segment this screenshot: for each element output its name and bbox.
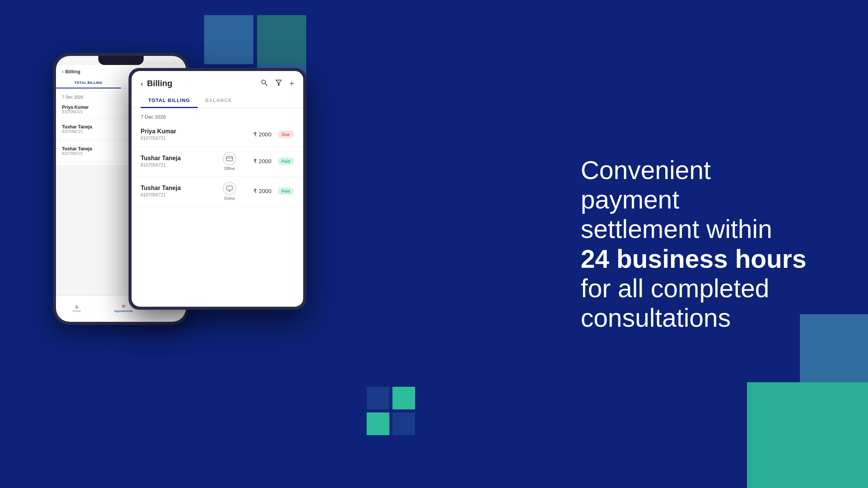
tablet-billing-title: Billing bbox=[147, 79, 260, 88]
phones-container: ‹ Billing 🔍 ⊿ + TOTAL BILLING BALANCE 7 … bbox=[23, 23, 325, 468]
headline-line4: 24 business hours bbox=[581, 244, 806, 273]
phone-notch bbox=[98, 56, 144, 65]
svg-marker-2 bbox=[276, 80, 281, 85]
tablet-tushar-online-badge: Paid bbox=[277, 187, 294, 195]
phone-nav-home-label: Home bbox=[73, 309, 81, 313]
headline-line6: consultations bbox=[581, 303, 731, 332]
deco-square-bottom-right-large bbox=[747, 382, 868, 488]
tablet-screen: ‹ Billing + bbox=[132, 71, 303, 307]
right-content: Convenient payment settlement within 24 … bbox=[581, 155, 845, 332]
tablet-filter-icon[interactable] bbox=[275, 79, 282, 88]
svg-line-1 bbox=[265, 83, 267, 86]
tablet-item-priya-info: Priya Kumar 8107056721 bbox=[141, 128, 239, 141]
tablet-tab-total-billing[interactable]: TOTAL BILLING bbox=[141, 93, 198, 108]
deco-cross-pattern bbox=[367, 387, 415, 435]
tablet-priya-phone: 8107056721 bbox=[141, 136, 239, 141]
tablet-online-icon bbox=[223, 182, 236, 195]
tablet-tushar-online-phone: 8107056721 bbox=[141, 192, 214, 198]
tablet-search-icon[interactable] bbox=[260, 79, 268, 88]
marketing-headline: Convenient payment settlement within 24 … bbox=[581, 155, 845, 332]
svg-rect-5 bbox=[227, 186, 232, 190]
tablet-item-priya[interactable]: Priya Kumar 8107056721 ₹ 2000 Due bbox=[132, 123, 303, 147]
home-icon: 🏠 bbox=[75, 305, 79, 309]
tablet-tushar-online-icon-wrap: Online bbox=[220, 182, 239, 201]
tablet-tushar-offline-name: Tushar Taneja bbox=[141, 155, 214, 162]
tablet-item-tushar-offline-info: Tushar Taneja 8107056721 bbox=[141, 155, 214, 168]
tablet-header-icons: + bbox=[260, 79, 294, 88]
tablet-item-tushar-offline[interactable]: Tushar Taneja 8107056721 Offline ₹ 2000 bbox=[132, 147, 303, 176]
tablet-tushar-online-name: Tushar Taneja bbox=[141, 185, 214, 191]
phone-nav-appointments[interactable]: 📅 Appointments bbox=[114, 305, 133, 313]
tablet-tushar-offline-icon-wrap: Offline bbox=[220, 152, 239, 171]
phone-nav-appointments-label: Appointments bbox=[114, 309, 133, 313]
tablet-priya-name: Priya Kumar bbox=[141, 128, 239, 135]
tablet-online-label: Online bbox=[224, 196, 235, 201]
tablet-tab-balance[interactable]: BALANCE bbox=[198, 93, 240, 108]
headline-line1: Convenient bbox=[581, 156, 711, 184]
tablet-item-tushar-online[interactable]: Tushar Taneja 8107056721 Online bbox=[132, 176, 303, 206]
tablet-offline-icon bbox=[223, 152, 236, 165]
tablet-tushar-online-amount: ₹ 2000 bbox=[245, 188, 271, 195]
tablet-back-button[interactable]: ‹ bbox=[141, 79, 143, 88]
phone-billing-title: Billing bbox=[65, 69, 81, 74]
headline-line5: for all completed bbox=[581, 274, 769, 303]
tablet-priya-amount: ₹ 2000 bbox=[245, 131, 271, 138]
tablet-offline-label: Offline bbox=[224, 167, 235, 171]
tablet-tushar-offline-badge: Paid bbox=[277, 158, 294, 165]
headline-line2: payment bbox=[581, 185, 679, 214]
appointments-icon: 📅 bbox=[122, 305, 126, 309]
tablet-header: ‹ Billing + bbox=[132, 71, 303, 93]
tablet-tushar-offline-amount: ₹ 2000 bbox=[245, 158, 271, 165]
phone-tab-total-billing[interactable]: TOTAL BILLING bbox=[56, 78, 121, 88]
tablet-priya-badge: Due bbox=[277, 131, 294, 138]
tablet-add-icon[interactable]: + bbox=[289, 79, 294, 88]
tablet-date-header: 7 Dec 2020 bbox=[132, 108, 303, 123]
tablet-content: 7 Dec 2020 Priya Kumar 8107056721 ₹ 2000… bbox=[132, 108, 303, 206]
svg-rect-3 bbox=[226, 156, 233, 161]
tablet-tabs: TOTAL BILLING BALANCE bbox=[132, 93, 303, 108]
phone-back-button[interactable]: ‹ Billing bbox=[62, 68, 80, 74]
tablet-tushar-offline-phone: 8107056721 bbox=[141, 162, 214, 168]
phone-nav-home[interactable]: 🏠 Home bbox=[73, 305, 81, 313]
tablet: ‹ Billing + bbox=[129, 68, 306, 310]
svg-point-0 bbox=[262, 80, 265, 84]
tablet-item-tushar-online-info: Tushar Taneja 8107056721 bbox=[141, 185, 214, 198]
headline-line3: settlement within bbox=[581, 215, 772, 244]
back-chevron-icon: ‹ bbox=[62, 68, 64, 74]
